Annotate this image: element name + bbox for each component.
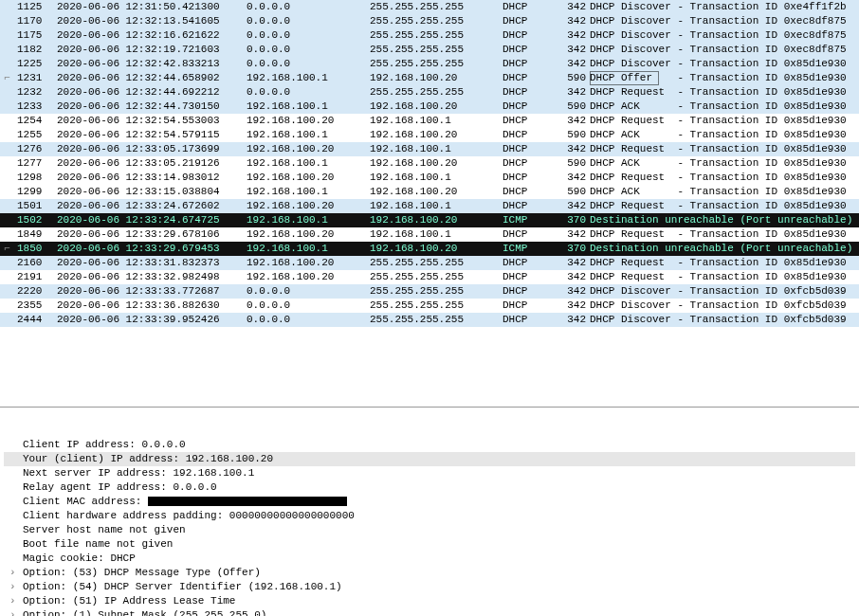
info-highlight xyxy=(590,71,659,85)
packet-info: DHCP Discover - Transaction ID 0xfcb5d03… xyxy=(590,284,859,299)
packet-time: 2020-06-06 12:32:16.621622 xyxy=(57,28,247,43)
packet-length: 342 xyxy=(557,43,590,57)
packet-protocol: DHCP xyxy=(503,114,557,128)
packet-row[interactable]: 22202020-06-06 12:33:33.7726870.0.0.0255… xyxy=(0,284,859,299)
packet-row[interactable]: 24442020-06-06 12:33:39.9524260.0.0.0255… xyxy=(0,313,859,327)
packet-time: 2020-06-06 12:33:33.772687 xyxy=(57,284,247,299)
packet-source: 192.168.100.1 xyxy=(247,71,370,85)
detail-opt-53[interactable]: ›Option: (53) DHCP Message Type (Offer) xyxy=(4,566,855,580)
packet-row[interactable]: 12252020-06-06 12:32:42.8332130.0.0.0255… xyxy=(0,57,859,71)
caret-icon: › xyxy=(9,608,16,616)
packet-destination: 192.168.100.20 xyxy=(370,156,503,171)
packet-row[interactable]: 12332020-06-06 12:32:44.730150192.168.10… xyxy=(0,100,859,114)
packet-protocol: DHCP xyxy=(503,270,557,284)
packet-protocol: DHCP xyxy=(503,256,557,270)
packet-row[interactable]: 11252020-06-06 12:31:50.4213000.0.0.0255… xyxy=(0,0,859,14)
packet-source: 192.168.100.20 xyxy=(247,114,370,128)
packet-time: 2020-06-06 12:32:54.579115 xyxy=(57,128,247,142)
row-marker-icon xyxy=(4,14,17,28)
detail-relay-agent: Relay agent IP address: 0.0.0.0 xyxy=(4,480,855,495)
packet-info: DHCP Request - Transaction ID 0x85d1e930 xyxy=(590,227,859,242)
packet-length: 370 xyxy=(557,213,590,227)
packet-source: 192.168.100.1 xyxy=(247,128,370,142)
packet-destination: 255.255.255.255 xyxy=(370,299,503,313)
packet-no: 1277 xyxy=(17,156,57,171)
row-marker-icon xyxy=(4,114,17,128)
row-marker-icon xyxy=(4,284,17,299)
packet-source: 0.0.0.0 xyxy=(247,313,370,327)
detail-your-ip[interactable]: Your (client) IP address: 192.168.100.20 xyxy=(4,452,855,466)
packet-source: 192.168.100.20 xyxy=(247,270,370,284)
packet-row[interactable]: 12322020-06-06 12:32:44.6922120.0.0.0255… xyxy=(0,85,859,100)
packet-length: 342 xyxy=(557,14,590,28)
packet-time: 2020-06-06 12:33:29.678106 xyxy=(57,227,247,242)
packet-no: 1255 xyxy=(17,128,57,142)
packet-row[interactable]: 12992020-06-06 12:33:15.038804192.168.10… xyxy=(0,185,859,199)
packet-row[interactable]: 21912020-06-06 12:33:32.982498192.168.10… xyxy=(0,270,859,284)
packet-row[interactable]: 11752020-06-06 12:32:16.6216220.0.0.0255… xyxy=(0,28,859,43)
packet-length: 342 xyxy=(557,85,590,100)
detail-opt-51[interactable]: ›Option: (51) IP Address Lease Time xyxy=(4,594,855,608)
packet-row[interactable]: 15012020-06-06 12:33:24.672602192.168.10… xyxy=(0,199,859,213)
packet-row[interactable]: 11822020-06-06 12:32:19.7216030.0.0.0255… xyxy=(0,43,859,57)
packet-row[interactable]: 12542020-06-06 12:32:54.553003192.168.10… xyxy=(0,114,859,128)
packet-info: DHCP ACK - Transaction ID 0x85d1e930 xyxy=(590,128,859,142)
packet-time: 2020-06-06 12:32:44.730150 xyxy=(57,100,247,114)
packet-protocol: DHCP xyxy=(503,71,557,85)
packet-protocol: DHCP xyxy=(503,0,557,14)
packet-time: 2020-06-06 12:33:15.038804 xyxy=(57,185,247,199)
packet-source: 192.168.100.1 xyxy=(247,100,370,114)
packet-no: 1182 xyxy=(17,43,57,57)
packet-info: DHCP ACK - Transaction ID 0x85d1e930 xyxy=(590,185,859,199)
packet-length: 342 xyxy=(557,142,590,156)
packet-time: 2020-06-06 12:31:50.421300 xyxy=(57,0,247,14)
packet-source: 0.0.0.0 xyxy=(247,57,370,71)
row-marker-icon xyxy=(4,156,17,171)
packet-source: 192.168.100.20 xyxy=(247,171,370,185)
caret-icon: › xyxy=(9,566,16,580)
packet-row[interactable]: 23552020-06-06 12:33:36.8826300.0.0.0255… xyxy=(0,299,859,313)
row-marker-icon xyxy=(4,100,17,114)
detail-opt-1[interactable]: ›Option: (1) Subnet Mask (255.255.255.0) xyxy=(4,608,855,616)
detail-client-mac: Client MAC address: xyxy=(4,495,855,509)
packet-destination: 192.168.100.20 xyxy=(370,71,503,85)
packet-destination: 255.255.255.255 xyxy=(370,313,503,327)
packet-destination: 192.168.100.1 xyxy=(370,171,503,185)
packet-time: 2020-06-06 12:32:19.721603 xyxy=(57,43,247,57)
packet-source: 192.168.100.20 xyxy=(247,142,370,156)
packet-source: 192.168.100.1 xyxy=(247,213,370,227)
packet-list[interactable]: 11252020-06-06 12:31:50.4213000.0.0.0255… xyxy=(0,0,859,408)
packet-details[interactable]: Client IP address: 0.0.0.0 Your (client)… xyxy=(0,428,859,616)
packet-row[interactable]: 18492020-06-06 12:33:29.678106192.168.10… xyxy=(0,227,859,242)
packet-source: 192.168.100.20 xyxy=(247,199,370,213)
packet-row[interactable]: 12552020-06-06 12:32:54.579115192.168.10… xyxy=(0,128,859,142)
packet-source: 0.0.0.0 xyxy=(247,299,370,313)
row-marker-icon xyxy=(4,227,17,242)
packet-time: 2020-06-06 12:32:54.553003 xyxy=(57,114,247,128)
detail-boot-file: Boot file name not given xyxy=(4,537,855,552)
packet-info: DHCP Request - Transaction ID 0x85d1e930 xyxy=(590,171,859,185)
packet-length: 342 xyxy=(557,171,590,185)
packet-protocol: DHCP xyxy=(503,185,557,199)
row-marker-icon xyxy=(4,199,17,213)
packet-row[interactable]: 15022020-06-06 12:33:24.674725192.168.10… xyxy=(0,213,859,227)
packet-row[interactable]: 12762020-06-06 12:33:05.173699192.168.10… xyxy=(0,142,859,156)
packet-row[interactable]: 12982020-06-06 12:33:14.983012192.168.10… xyxy=(0,171,859,185)
detail-opt-54[interactable]: ›Option: (54) DHCP Server Identifier (19… xyxy=(4,580,855,594)
packet-source: 0.0.0.0 xyxy=(247,284,370,299)
pane-separator xyxy=(0,408,859,428)
row-marker-icon: ⌐ xyxy=(4,71,17,85)
packet-row[interactable]: 12772020-06-06 12:33:05.219126192.168.10… xyxy=(0,156,859,171)
row-marker-icon xyxy=(4,57,17,71)
packet-destination: 192.168.100.1 xyxy=(370,199,503,213)
packet-time: 2020-06-06 12:32:42.833213 xyxy=(57,57,247,71)
packet-protocol: DHCP xyxy=(503,128,557,142)
packet-row[interactable]: ⌐18502020-06-06 12:33:29.679453192.168.1… xyxy=(0,242,859,256)
packet-row[interactable]: ⌐12312020-06-06 12:32:44.658902192.168.1… xyxy=(0,71,859,85)
packet-protocol: DHCP xyxy=(503,227,557,242)
packet-no: 1849 xyxy=(17,227,57,242)
packet-row[interactable]: 11702020-06-06 12:32:13.5416050.0.0.0255… xyxy=(0,14,859,28)
packet-destination: 255.255.255.255 xyxy=(370,43,503,57)
packet-destination: 255.255.255.255 xyxy=(370,57,503,71)
packet-row[interactable]: 21602020-06-06 12:33:31.832373192.168.10… xyxy=(0,256,859,270)
